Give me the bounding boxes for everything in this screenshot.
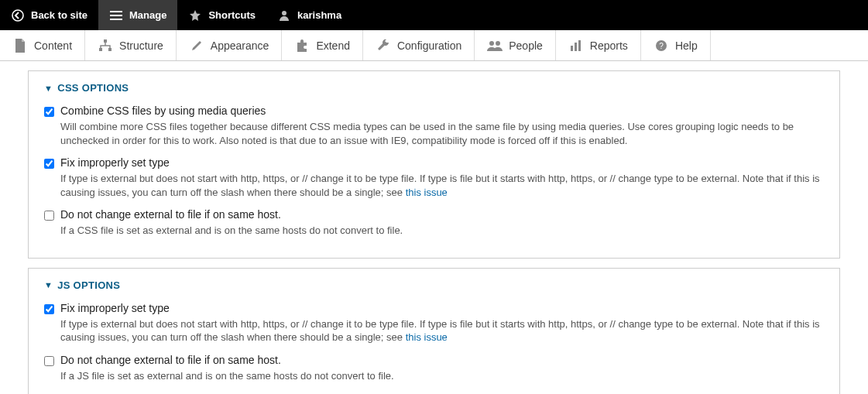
svg-rect-11: [575, 43, 577, 51]
tab-extend-label: Extend: [316, 39, 350, 52]
shortcuts-label: Shortcuts: [208, 9, 256, 21]
tab-help[interactable]: ? Help: [641, 30, 711, 60]
js-options-summary[interactable]: ▼ JS OPTIONS: [29, 279, 839, 299]
svg-rect-5: [104, 39, 107, 43]
svg-point-4: [282, 11, 286, 15]
tab-content[interactable]: Content: [0, 30, 85, 60]
hamburger-icon: [109, 9, 123, 22]
js-options-title: JS OPTIONS: [57, 279, 120, 291]
tab-appearance[interactable]: Appearance: [177, 30, 283, 60]
opt-fix-css-type-label: Fix improperly set type: [60, 156, 170, 169]
page-content: ▼ CSS OPTIONS Combine CSS files by using…: [0, 70, 868, 394]
manage-label: Manage: [129, 9, 166, 21]
css-options-fieldset: ▼ CSS OPTIONS Combine CSS files by using…: [28, 70, 840, 259]
svg-rect-7: [108, 48, 112, 51]
chart-icon: [568, 38, 584, 53]
opt-combine-css: Combine CSS files by using media queries…: [29, 101, 839, 153]
opt-fix-css-type-row[interactable]: Fix improperly set type: [44, 156, 824, 169]
admin-topbar: Back to site Manage Shortcuts karishma: [0, 0, 868, 30]
opt-css-no-change-external-checkbox[interactable]: [44, 211, 54, 221]
back-arrow-icon: [11, 9, 25, 22]
opt-js-no-change-external-label: Do not change external to file if on sam…: [60, 354, 281, 366]
opt-combine-css-desc: Will combine more CSS files together bec…: [60, 120, 824, 147]
svg-point-9: [496, 41, 500, 46]
tab-structure-label: Structure: [119, 39, 163, 52]
svg-rect-1: [110, 11, 122, 12]
opt-js-no-change-external-row[interactable]: Do not change external to file if on sam…: [44, 354, 824, 366]
opt-combine-css-row[interactable]: Combine CSS files by using media queries: [44, 104, 824, 117]
opt-css-no-change-external-label: Do not change external to file if on sam…: [60, 208, 281, 221]
css-options-title: CSS OPTIONS: [57, 82, 129, 94]
opt-fix-js-type-checkbox[interactable]: [44, 304, 54, 314]
user-icon: [277, 9, 291, 22]
opt-fix-js-type-desc: If type is external but does not start w…: [60, 317, 824, 344]
js-options-fieldset: ▼ JS OPTIONS Fix improperly set type If …: [28, 268, 840, 394]
svg-point-8: [489, 41, 494, 46]
tab-reports-label: Reports: [590, 39, 628, 52]
svg-rect-6: [99, 48, 102, 51]
opt-fix-css-type: Fix improperly set type If type is exter…: [29, 153, 839, 205]
manage-link[interactable]: Manage: [98, 0, 177, 30]
svg-rect-10: [571, 46, 573, 51]
opt-css-no-change-external: Do not change external to file if on sam…: [29, 205, 839, 244]
back-to-site-link[interactable]: Back to site: [0, 0, 98, 30]
people-icon: [487, 38, 503, 53]
css-options-summary[interactable]: ▼ CSS OPTIONS: [29, 82, 839, 101]
tab-help-label: Help: [675, 39, 698, 52]
tab-appearance-label: Appearance: [211, 39, 269, 52]
this-issue-link-css[interactable]: this issue: [406, 187, 448, 198]
tab-reports[interactable]: Reports: [556, 30, 641, 60]
tab-people[interactable]: People: [475, 30, 556, 60]
opt-css-no-change-external-row[interactable]: Do not change external to file if on sam…: [44, 208, 824, 221]
admin-menu: Content Structure Appearance Extend Conf…: [0, 30, 868, 61]
opt-combine-css-label: Combine CSS files by using media queries: [60, 104, 266, 117]
sitemap-icon: [98, 38, 113, 53]
tab-content-label: Content: [34, 39, 72, 52]
tab-people-label: People: [509, 39, 543, 52]
opt-css-no-change-external-desc: If a CSS file is set as external and is …: [60, 224, 824, 238]
user-menu[interactable]: karishma: [266, 0, 352, 30]
svg-rect-2: [110, 15, 122, 16]
svg-rect-12: [578, 40, 581, 51]
tab-configuration[interactable]: Configuration: [363, 30, 475, 60]
opt-fix-js-type-row[interactable]: Fix improperly set type: [44, 302, 824, 314]
opt-fix-js-type: Fix improperly set type If type is exter…: [29, 299, 839, 351]
caret-down-icon: ▼: [44, 84, 53, 93]
opt-js-no-change-external: Do not change external to file if on sam…: [29, 351, 839, 389]
help-icon: ?: [654, 38, 669, 53]
opt-fix-css-type-desc: If type is external but does not start w…: [60, 172, 824, 199]
tab-structure[interactable]: Structure: [85, 30, 177, 60]
puzzle-icon: [294, 38, 310, 53]
tab-configuration-label: Configuration: [397, 39, 461, 52]
opt-fix-js-type-label: Fix improperly set type: [60, 302, 170, 314]
wrench-icon: [376, 38, 391, 53]
opt-js-no-change-external-checkbox[interactable]: [44, 356, 54, 366]
tab-extend[interactable]: Extend: [282, 30, 363, 60]
opt-fix-css-type-checkbox[interactable]: [44, 159, 54, 169]
svg-point-0: [12, 10, 23, 21]
svg-rect-3: [110, 19, 122, 20]
this-issue-link-js[interactable]: this issue: [406, 331, 448, 343]
caret-down-icon: ▼: [44, 280, 53, 290]
opt-js-no-change-external-desc: If a JS file is set as external and is o…: [60, 369, 824, 383]
opt-combine-css-checkbox[interactable]: [44, 107, 54, 117]
user-label: karishma: [297, 9, 341, 21]
brush-icon: [189, 38, 204, 53]
star-icon: [188, 9, 202, 22]
document-icon: [12, 38, 28, 53]
back-to-site-label: Back to site: [31, 9, 87, 21]
svg-text:?: ?: [659, 42, 664, 50]
shortcuts-link[interactable]: Shortcuts: [177, 0, 266, 30]
